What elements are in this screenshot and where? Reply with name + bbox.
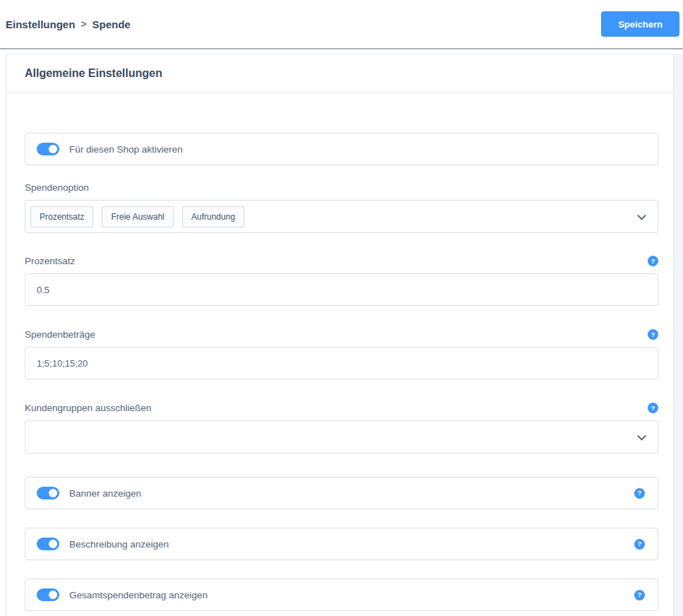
chevron-down-icon[interactable] xyxy=(637,211,646,220)
toggle-row-show-description[interactable]: Beschreibung anzeigen ? xyxy=(25,528,658,560)
field-label-row: Kundengruppen ausschließen ? xyxy=(25,403,658,413)
selected-tag: Prozentsatz xyxy=(30,206,93,227)
toggle-row-show-banner[interactable]: Banner anzeigen ? xyxy=(25,477,658,509)
selected-tag: Aufrundung xyxy=(182,206,244,227)
chevron-down-icon[interactable] xyxy=(637,431,646,440)
smart-bar: Einstellungen > Spende Speichern xyxy=(0,0,683,48)
card-title: Allgemeine Einstellungen xyxy=(6,54,673,93)
field-label-row: Prozentsatz ? xyxy=(25,256,658,266)
toggle-switch-on[interactable] xyxy=(37,538,59,550)
breadcrumb-current: Spende xyxy=(93,18,131,30)
toggle-row-show-total[interactable]: Gesamtspendenbetrag anzeigen ? xyxy=(25,579,658,611)
help-icon[interactable]: ? xyxy=(634,590,645,600)
field-label-row: Spendenoption xyxy=(25,182,658,193)
selected-tag: Freie Auswahl xyxy=(102,206,173,227)
help-icon[interactable]: ? xyxy=(648,403,658,413)
help-icon[interactable]: ? xyxy=(648,256,658,266)
field-exclude-customer-groups: Kundengruppen ausschließen ? xyxy=(25,403,658,454)
page-content: Allgemeine Einstellungen Für diesen Shop… xyxy=(0,54,683,616)
field-percentage: Prozentsatz ? xyxy=(25,256,658,306)
field-label: Prozentsatz xyxy=(25,256,75,266)
field-label: Spendenbeträge xyxy=(25,329,95,340)
topbar-divider xyxy=(0,48,683,49)
customer-groups-select[interactable] xyxy=(25,420,658,454)
card-body: Für diesen Shop aktivieren Spendenoption… xyxy=(6,93,673,611)
field-label-row: Spendenbeträge ? xyxy=(25,329,658,340)
toggle-knob xyxy=(49,145,57,153)
settings-card: Allgemeine Einstellungen Für diesen Shop… xyxy=(6,54,674,616)
percentage-input[interactable] xyxy=(25,273,658,306)
toggle-switch-on[interactable] xyxy=(37,143,59,155)
help-icon[interactable]: ? xyxy=(634,488,645,499)
toggle-knob xyxy=(49,540,57,548)
toggle-label: Für diesen Shop aktivieren xyxy=(69,144,183,155)
toggle-label: Beschreibung anzeigen xyxy=(69,539,169,550)
breadcrumb-parent[interactable]: Einstellungen xyxy=(6,18,75,30)
help-icon[interactable]: ? xyxy=(648,329,658,340)
toggle-switch-on[interactable] xyxy=(37,588,59,601)
toggle-label: Banner anzeigen xyxy=(69,488,141,499)
scrollbar[interactable] xyxy=(674,54,683,616)
field-donation-amounts: Spendenbeträge ? xyxy=(25,329,658,379)
field-label: Kundengruppen ausschließen xyxy=(25,403,151,413)
toggle-label: Gesamtspendenbetrag anzeigen xyxy=(69,590,208,600)
donation-option-select[interactable]: Prozentsatz Freie Auswahl Aufrundung xyxy=(25,200,658,233)
toggle-row-activate[interactable]: Für diesen Shop aktivieren xyxy=(25,133,658,165)
chevron-right-icon: > xyxy=(81,18,86,30)
toggle-knob xyxy=(49,591,57,599)
field-donation-option: Spendenoption Prozentsatz Freie Auswahl … xyxy=(25,182,658,233)
toggle-switch-on[interactable] xyxy=(37,487,59,499)
save-button[interactable]: Speichern xyxy=(601,11,679,37)
donation-amounts-input[interactable] xyxy=(25,347,658,379)
field-label: Spendenoption xyxy=(25,182,89,193)
breadcrumb: Einstellungen > Spende xyxy=(6,18,131,30)
toggle-knob xyxy=(49,489,57,497)
help-icon[interactable]: ? xyxy=(634,539,645,550)
